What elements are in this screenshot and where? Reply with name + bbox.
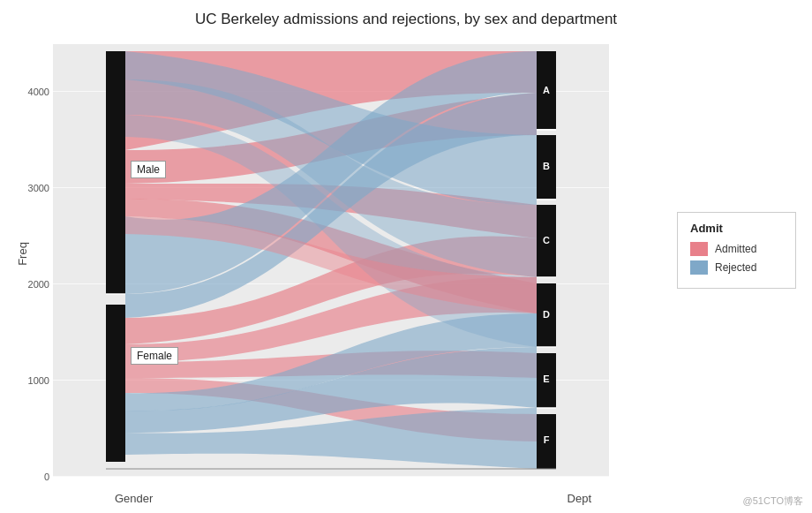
watermark: @51CTO博客	[743, 494, 803, 508]
dept-label-B: B	[543, 161, 550, 171]
dept-label-D: D	[543, 309, 550, 320]
male-label: Male	[131, 161, 166, 178]
chart-container: UC Berkeley admissions and rejections, b…	[0, 0, 812, 513]
ytick-1000: 1000	[28, 375, 49, 386]
legend-title: Admit	[690, 222, 783, 235]
chart-title: UC Berkeley admissions and rejections, b…	[0, 0, 812, 28]
dept-label-A: A	[543, 85, 550, 95]
admitted-label: Admitted	[715, 243, 756, 255]
x-label-dept: Dept	[568, 492, 591, 505]
gender-bar-female	[106, 305, 125, 462]
sankey-svg: A B C D E F	[53, 44, 609, 477]
x-label-gender: Gender	[115, 492, 153, 505]
ytick-3000: 3000	[28, 183, 49, 193]
ytick-0: 0	[44, 472, 49, 482]
rejected-label: Rejected	[715, 261, 756, 274]
gender-bar-male	[106, 51, 125, 294]
ytick-2000: 2000	[28, 279, 49, 290]
dept-label-C: C	[543, 235, 550, 245]
chart-area: 0 1000 2000 3000 4000 A B	[53, 44, 609, 477]
dept-label-E: E	[543, 373, 549, 384]
legend: Admit Admitted Rejected	[677, 212, 796, 289]
ytick-4000: 4000	[28, 87, 49, 97]
y-axis-label: Freq	[16, 242, 29, 266]
female-label: Female	[131, 347, 178, 365]
rejected-swatch	[690, 260, 708, 275]
admitted-swatch	[690, 242, 708, 256]
legend-item-rejected: Rejected	[690, 260, 783, 275]
legend-item-admitted: Admitted	[690, 242, 783, 256]
dept-label-F: F	[544, 434, 550, 445]
